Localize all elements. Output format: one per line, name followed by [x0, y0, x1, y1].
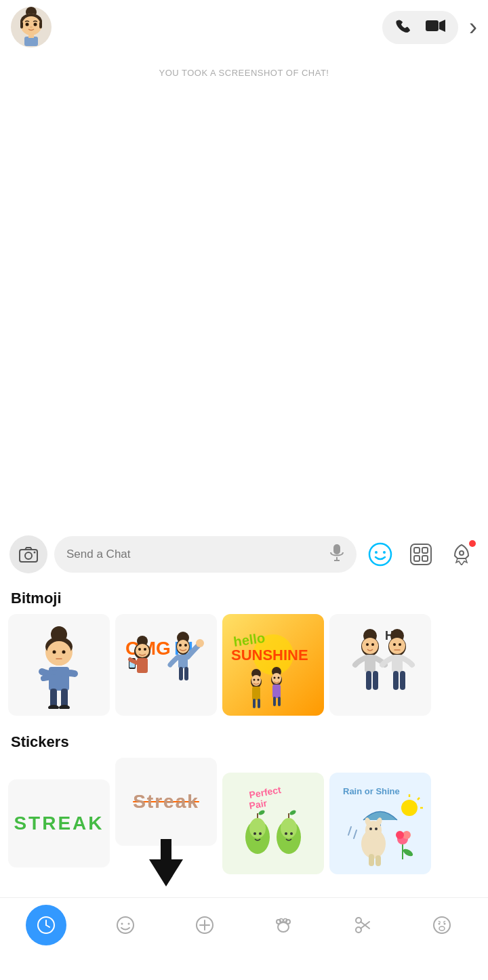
bitmoji-sticker-1[interactable]: [8, 614, 110, 716]
perfect-pair-image: Perfect Pair: [229, 779, 317, 867]
svg-point-104: [253, 832, 256, 835]
svg-point-145: [280, 919, 283, 922]
bottom-bar: [0, 897, 488, 956]
svg-rect-97: [161, 839, 171, 863]
bitmoji-figure-4: Hi.: [336, 621, 424, 709]
bitmoji-sticker-2[interactable]: OMG HI: [115, 614, 217, 716]
phone-button[interactable]: [394, 16, 412, 39]
svg-rect-7: [20, 22, 23, 28]
svg-rect-76: [273, 697, 276, 706]
emoji-face-icon: [368, 542, 392, 567]
svg-rect-49: [179, 667, 183, 680]
tab-plus[interactable]: [184, 905, 225, 945]
svg-point-152: [438, 923, 440, 925]
svg-line-131: [418, 798, 420, 800]
screenshot-notice: YOU TOOK A SCREENSHOT OF CHAT!: [159, 68, 329, 78]
mic-icon[interactable]: [329, 544, 344, 565]
camera-icon: [19, 546, 38, 563]
svg-text:Rain or Shine: Rain or Shine: [343, 786, 400, 796]
svg-point-111: [290, 832, 293, 835]
svg-rect-16: [333, 544, 340, 554]
svg-point-119: [375, 828, 378, 830]
streak-sticker-2[interactable]: Streak Streak: [115, 758, 217, 846]
avatar[interactable]: [11, 7, 52, 47]
svg-point-3: [22, 16, 41, 35]
svg-point-110: [285, 832, 287, 835]
svg-point-19: [369, 544, 391, 565]
avatar-image: [11, 7, 52, 47]
svg-point-46: [184, 644, 187, 647]
chat-input[interactable]: [66, 548, 323, 561]
svg-point-39: [59, 705, 70, 709]
mic-icon-svg: [329, 544, 344, 561]
svg-rect-56: [137, 658, 148, 673]
camera-button[interactable]: [9, 535, 47, 573]
rain-shine-sticker[interactable]: Rain or Shine: [329, 773, 431, 874]
rain-shine-image: Rain or Shine: [336, 779, 424, 867]
svg-point-81: [362, 638, 378, 654]
bitmoji-sticker-3[interactable]: hello SUNSHINE: [222, 614, 324, 716]
svg-line-123: [354, 830, 357, 838]
tab-face[interactable]: [422, 905, 462, 945]
tab-emoji[interactable]: [105, 905, 146, 945]
stickers-section-label: Stickers: [0, 724, 488, 758]
sticker-button[interactable]: [404, 537, 438, 571]
svg-point-126: [396, 831, 404, 839]
svg-rect-50: [184, 667, 188, 680]
svg-rect-67: [252, 687, 260, 700]
bitmoji-sticker-4[interactable]: Hi.: [329, 614, 431, 716]
svg-rect-115: [369, 854, 374, 866]
bitmoji-figure-2: OMG HI: [119, 621, 214, 709]
svg-rect-68: [253, 699, 256, 708]
svg-point-154: [439, 926, 445, 931]
svg-rect-24: [422, 548, 428, 553]
tab-scissors[interactable]: [342, 905, 383, 945]
scissors-icon: [352, 915, 373, 935]
down-arrow: [146, 839, 186, 889]
svg-point-15: [34, 552, 36, 554]
input-bar: [0, 529, 488, 580]
svg-point-91: [399, 643, 401, 646]
streak-sticker-2-container: Streak Streak: [115, 758, 217, 889]
svg-point-137: [121, 923, 123, 925]
svg-marker-96: [149, 859, 183, 886]
streak-text-green: STREAK: [14, 813, 104, 834]
svg-point-66: [258, 679, 260, 681]
streak-text-blue-underlay: Streak: [133, 791, 199, 813]
rocket-button[interactable]: [445, 537, 479, 571]
stickers-section: Stickers STREAK Streak Streak Perfect: [0, 724, 488, 897]
svg-point-82: [366, 643, 369, 646]
svg-point-21: [383, 551, 386, 554]
svg-rect-94: [393, 671, 399, 690]
svg-rect-116: [375, 855, 381, 866]
stickers-row: STREAK Streak Streak Perfect Pair: [0, 758, 488, 897]
emoji-button[interactable]: [363, 537, 397, 571]
svg-point-89: [389, 638, 405, 654]
svg-point-118: [369, 828, 372, 830]
svg-marker-12: [439, 20, 445, 32]
tab-paw[interactable]: [263, 905, 304, 945]
svg-point-4: [26, 23, 29, 26]
call-buttons-group: [382, 11, 458, 44]
svg-point-146: [284, 919, 287, 922]
bitmoji-section-label: Bitmoji: [0, 580, 488, 614]
svg-rect-11: [426, 20, 439, 31]
video-button[interactable]: [426, 17, 446, 38]
svg-point-65: [253, 679, 256, 681]
header-left: [11, 7, 52, 47]
streak-sticker-1[interactable]: STREAK: [8, 779, 110, 867]
svg-rect-69: [258, 699, 260, 708]
svg-point-5: [34, 23, 37, 26]
tab-recent[interactable]: [26, 905, 66, 945]
perfect-pair-sticker[interactable]: Perfect Pair: [222, 773, 324, 874]
svg-text:Pair: Pair: [248, 798, 268, 811]
svg-point-48: [196, 639, 204, 647]
svg-point-105: [259, 832, 262, 835]
smile-icon: [115, 915, 136, 935]
sticker-icon: [409, 543, 432, 566]
svg-rect-25: [414, 556, 420, 561]
svg-point-107: [281, 818, 297, 838]
bitmoji-sticker-row: OMG HI: [0, 614, 488, 724]
svg-point-72: [272, 673, 281, 684]
more-button[interactable]: ›: [469, 15, 477, 39]
